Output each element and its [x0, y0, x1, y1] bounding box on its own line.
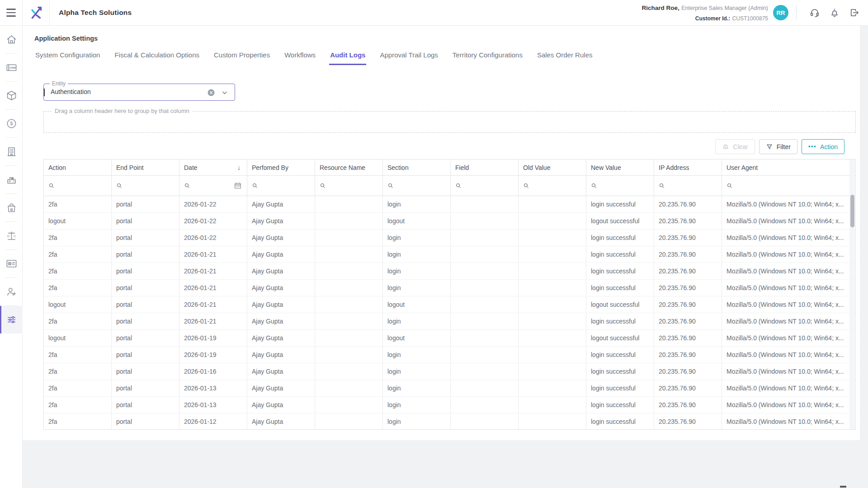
- table-header-row: ActionEnd PointDate↓Perfomed ByResource …: [44, 160, 855, 176]
- funnel-icon: [766, 143, 773, 150]
- column-header-new_value[interactable]: New Value: [586, 160, 654, 175]
- filter-input-old_value[interactable]: [519, 176, 586, 196]
- cell-new_value: login successful: [586, 263, 654, 279]
- column-header-user_agent[interactable]: User Agent: [722, 160, 855, 175]
- action-button[interactable]: ••• Action: [802, 139, 844, 154]
- cell-new_value: login successful: [586, 313, 654, 329]
- broom-icon: [722, 143, 729, 150]
- column-header-action[interactable]: Action: [44, 160, 112, 175]
- cell-performed_by: Ajay Gupta: [247, 213, 315, 229]
- svg-text:C: C: [13, 235, 15, 238]
- cell-old_value: [519, 363, 586, 380]
- search-icon: [184, 182, 191, 189]
- filter-input-performed_by[interactable]: [247, 176, 315, 196]
- ellipsis-icon: •••: [808, 143, 816, 150]
- group-drop-zone[interactable]: Drag a column header here to group by th…: [43, 111, 856, 133]
- menu-icon[interactable]: [0, 0, 23, 25]
- filter-input-user_agent[interactable]: [722, 176, 855, 196]
- clear-button[interactable]: Clear: [715, 139, 755, 154]
- cell-section: logout: [383, 330, 451, 346]
- sidebar-item-products[interactable]: [0, 82, 23, 109]
- clear-circle-icon[interactable]: [207, 88, 216, 97]
- sidebar-item-purchases[interactable]: [0, 194, 23, 221]
- tab-sales-order-rules[interactable]: Sales Order Rules: [536, 48, 594, 65]
- filter-input-ip_address[interactable]: [654, 176, 722, 196]
- column-header-end_point[interactable]: End Point: [112, 160, 179, 175]
- filter-input-field[interactable]: [451, 176, 519, 196]
- filter-input-section[interactable]: [383, 176, 451, 196]
- notifications-bell-icon[interactable]: [829, 7, 840, 18]
- filter-button[interactable]: Filter: [759, 139, 797, 154]
- cell-date: 2026-01-22: [179, 230, 247, 246]
- filter-input-action[interactable]: [44, 176, 112, 196]
- user-role: Enterprise Sales Manager (Admin): [681, 5, 768, 11]
- sidebar-item-company[interactable]: [0, 138, 23, 165]
- tab-fiscal-calculation-options[interactable]: Fiscal & Calculation Options: [113, 48, 200, 65]
- scrollbar-thumb[interactable]: [850, 195, 854, 227]
- column-header-old_value[interactable]: Old Value: [519, 160, 586, 175]
- entity-combobox[interactable]: Entity Authentication: [43, 84, 235, 101]
- logout-icon[interactable]: [849, 7, 860, 18]
- sidebar-item-payments[interactable]: $: [0, 110, 23, 137]
- column-header-resource_name[interactable]: Resource Name: [315, 160, 383, 175]
- sidebar-item-crm[interactable]: CRM: [0, 54, 23, 81]
- tab-audit-logs[interactable]: Audit Logs: [329, 48, 366, 65]
- cell-performed_by: Ajay Gupta: [247, 246, 315, 263]
- cell-end_point: portal: [112, 196, 179, 212]
- cell-date: 2026-01-21: [179, 296, 247, 313]
- avatar[interactable]: RR: [773, 5, 788, 20]
- cell-date: 2026-01-19: [179, 330, 247, 346]
- cell-ip_address: 20.235.76.90: [654, 246, 722, 263]
- column-header-ip_address[interactable]: IP Address: [654, 160, 722, 175]
- cell-section: login: [383, 280, 451, 296]
- cell-user_agent: Mozilla/5.0 (Windows NT 10.0; Win64; x..…: [722, 330, 855, 346]
- chevron-down-icon[interactable]: [220, 88, 229, 97]
- support-headset-icon[interactable]: [809, 7, 820, 18]
- cell-action: 2fa: [44, 230, 112, 246]
- column-header-field[interactable]: Field: [451, 160, 519, 175]
- tab-territory-configurations[interactable]: Territory Configurations: [452, 48, 524, 65]
- cell-resource_name: [315, 280, 383, 296]
- cell-section: logout: [383, 213, 451, 229]
- sidebar-item-add-user[interactable]: [0, 278, 23, 305]
- sidebar-item-pos[interactable]: [0, 166, 23, 193]
- tab-custom-properties[interactable]: Custom Properties: [213, 48, 271, 65]
- tab-approval-trail-logs[interactable]: Approval Trail Logs: [379, 48, 439, 65]
- cell-new_value: logout successful: [586, 213, 654, 229]
- cell-resource_name: [315, 347, 383, 363]
- cell-date: 2026-01-19: [179, 347, 247, 363]
- cell-performed_by: Ajay Gupta: [247, 330, 315, 346]
- cell-user_agent: Mozilla/5.0 (Windows NT 10.0; Win64; x..…: [722, 296, 855, 313]
- filter-input-date[interactable]: [179, 176, 247, 196]
- settings-sliders-icon: [5, 314, 18, 326]
- group-drop-hint: Drag a column header here to group by th…: [52, 108, 193, 114]
- search-icon: [48, 182, 55, 189]
- column-header-section[interactable]: Section: [383, 160, 451, 175]
- table-filter-row: [44, 176, 855, 196]
- filter-input-resource_name[interactable]: [315, 176, 383, 196]
- page-title: Application Settings: [34, 35, 98, 42]
- cell-action: logout: [44, 296, 112, 313]
- tab-workflows[interactable]: Workflows: [283, 48, 316, 65]
- cell-old_value: [519, 380, 586, 396]
- cell-ip_address: 20.235.76.90: [654, 213, 722, 229]
- svg-text:CRM: CRM: [9, 66, 15, 69]
- filter-input-end_point[interactable]: [112, 176, 179, 196]
- cell-section: login: [383, 313, 451, 329]
- sidebar-item-ledger[interactable]: DC: [0, 222, 23, 249]
- table-scrollbar[interactable]: [849, 160, 855, 429]
- sort-descending-icon[interactable]: ↓: [237, 164, 241, 171]
- company-logo[interactable]: [23, 0, 50, 25]
- cell-date: 2026-01-21: [179, 263, 247, 279]
- column-header-date[interactable]: Date↓: [179, 160, 247, 175]
- sidebar-item-reports[interactable]: [0, 250, 23, 277]
- sidebar-item-settings[interactable]: [0, 306, 23, 333]
- cell-resource_name: [315, 263, 383, 279]
- column-header-performed_by[interactable]: Perfomed By: [247, 160, 315, 175]
- filter-input-new_value[interactable]: [586, 176, 654, 196]
- tab-system-configuration[interactable]: System Configuration: [34, 48, 101, 65]
- cell-action: 2fa: [44, 246, 112, 263]
- horizontal-scrollbar-thumb[interactable]: [840, 486, 846, 488]
- table-row: 2faportal2026-01-16Ajay Guptaloginlogin …: [44, 363, 855, 380]
- sidebar-item-home[interactable]: [0, 26, 23, 53]
